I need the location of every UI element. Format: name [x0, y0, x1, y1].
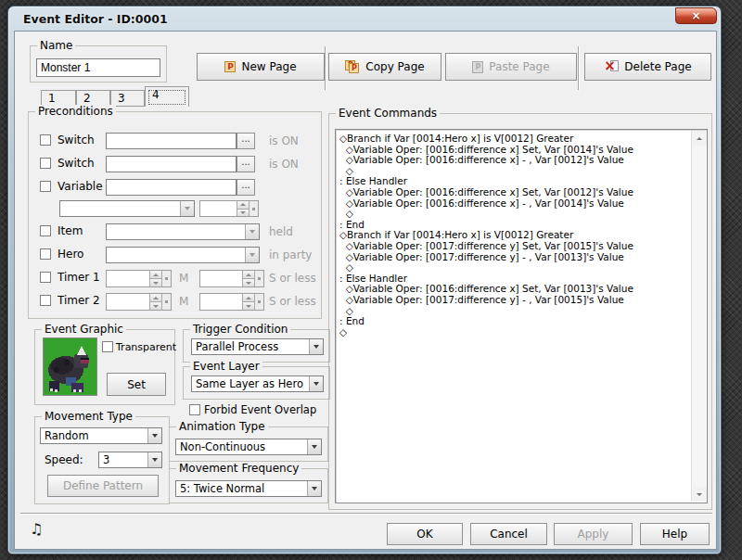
- timer2-minutes-spinner[interactable]: [106, 293, 172, 311]
- chevron-down-icon[interactable]: [180, 201, 194, 216]
- switch2-checkbox[interactable]: [40, 158, 51, 169]
- transparent-label: Transparent: [116, 341, 176, 353]
- preconditions-group: Preconditions Switch ... is ON Switch ..…: [28, 111, 322, 319]
- scroll-up-icon[interactable]: [692, 131, 707, 146]
- spin-up-icon[interactable]: [150, 271, 161, 278]
- command-line[interactable]: ◇Variable Oper: [0016:difference x] Set,…: [339, 187, 688, 198]
- command-line[interactable]: ◇: [339, 327, 688, 338]
- name-input[interactable]: [36, 58, 160, 77]
- apply-button[interactable]: Apply: [554, 523, 633, 545]
- chevron-down-icon[interactable]: [245, 224, 259, 239]
- spin-down-icon[interactable]: [150, 278, 161, 286]
- trigger-condition-combo[interactable]: Parallel Process: [191, 338, 324, 355]
- switch1-value-field[interactable]: [106, 133, 237, 149]
- chevron-down-icon[interactable]: [147, 452, 161, 467]
- vertical-scrollbar[interactable]: [691, 131, 706, 502]
- close-icon: ×: [691, 9, 700, 22]
- trigger-condition-label: Trigger Condition: [190, 323, 290, 336]
- chevron-down-icon[interactable]: [309, 376, 323, 391]
- music-note-icon[interactable]: ♫: [30, 520, 43, 538]
- movement-frequency-combo[interactable]: 5: Twice Normal: [175, 480, 322, 497]
- movement-type-label: Movement Type: [42, 410, 135, 423]
- variable-browse-button[interactable]: ...: [237, 179, 255, 196]
- command-line[interactable]: ◇: [339, 306, 688, 317]
- event-editor-window: Event Editor - ID:0001 × Name P New Page…: [7, 6, 722, 554]
- help-button[interactable]: Help: [640, 523, 710, 545]
- hero-combo[interactable]: [106, 247, 260, 263]
- command-line[interactable]: ◇Branch if Var [0014:Hero x] is V[0012] …: [339, 134, 688, 145]
- timer1-minutes-suffix: M: [179, 272, 188, 285]
- switch2-value-field[interactable]: [106, 156, 237, 172]
- chevron-down-icon[interactable]: [309, 339, 323, 354]
- animation-type-label: Animation Type: [176, 420, 268, 433]
- timer2-checkbox[interactable]: [40, 295, 51, 306]
- variable-comparison-combo[interactable]: [59, 200, 195, 217]
- tab-page-4-selected[interactable]: 4: [145, 86, 189, 107]
- define-pattern-button[interactable]: Define Pattern: [47, 475, 159, 497]
- command-line[interactable]: : End: [339, 316, 688, 327]
- movement-frequency-group: Movement Frequency 5: Twice Normal: [169, 468, 328, 503]
- animation-type-combo[interactable]: Non-Continuous: [175, 439, 322, 455]
- cancel-button[interactable]: Cancel: [470, 523, 547, 545]
- event-commands-label: Event Commands: [336, 107, 440, 120]
- item-combo[interactable]: [106, 223, 260, 240]
- timer1-minutes-spinner[interactable]: [106, 270, 172, 287]
- ok-button[interactable]: OK: [387, 523, 463, 545]
- set-graphic-button[interactable]: Set: [107, 373, 166, 396]
- switch1-label: Switch: [58, 134, 95, 146]
- event-commands-lines: ◇Branch if Var [0014:Hero x] is V[0012] …: [339, 134, 688, 337]
- timer1-checkbox[interactable]: [40, 272, 51, 283]
- command-line[interactable]: ◇Variable Oper: [0016:difference x] - , …: [339, 198, 688, 210]
- variable-amount-spinner[interactable]: [199, 200, 259, 217]
- switch1-browse-button[interactable]: ...: [237, 133, 255, 149]
- movement-type-combo[interactable]: Random: [40, 427, 162, 444]
- paste-page-button[interactable]: P Paste Page: [445, 53, 577, 81]
- scroll-down-icon[interactable]: [692, 487, 707, 502]
- item-checkbox[interactable]: [40, 225, 51, 236]
- spin-up-icon[interactable]: [243, 271, 254, 278]
- command-line[interactable]: ◇: [339, 209, 688, 220]
- spin-down-icon[interactable]: [243, 278, 254, 286]
- preconditions-label: Preconditions: [35, 105, 116, 118]
- forbid-overlap-checkbox[interactable]: [189, 404, 200, 415]
- spin-down-icon[interactable]: [237, 209, 249, 217]
- spin-down-icon[interactable]: [150, 301, 161, 310]
- hero-checkbox[interactable]: [40, 248, 51, 260]
- copy-page-button[interactable]: P P Copy Page: [328, 53, 441, 81]
- chevron-down-icon[interactable]: [307, 439, 321, 454]
- spin-up-icon[interactable]: [237, 201, 249, 209]
- variable-value-field[interactable]: [106, 179, 237, 196]
- command-line[interactable]: ◇Variable Oper: [0017:difference y] - , …: [339, 252, 688, 263]
- delete-page-label: Delete Page: [624, 60, 691, 73]
- command-line[interactable]: ◇: [339, 262, 688, 274]
- command-line[interactable]: ◇Variable Oper: [0016:difference x] - , …: [339, 155, 688, 166]
- timer2-seconds-spinner[interactable]: [199, 293, 264, 311]
- command-line[interactable]: ◇Variable Oper: [0017:difference y] Set,…: [339, 241, 688, 252]
- spin-up-icon[interactable]: [243, 294, 254, 301]
- spin-up-icon[interactable]: [150, 294, 161, 301]
- event-commands-list[interactable]: ◇Branch if Var [0014:Hero x] is V[0012] …: [335, 129, 708, 503]
- chevron-down-icon[interactable]: [147, 428, 161, 443]
- timer2-label: Timer 2: [58, 294, 100, 307]
- speed-combo[interactable]: 3: [98, 452, 162, 468]
- spin-down-icon[interactable]: [243, 301, 254, 310]
- new-page-button[interactable]: P New Page: [197, 53, 325, 81]
- close-button[interactable]: ×: [675, 7, 717, 24]
- name-group-label: Name: [37, 39, 75, 52]
- timer1-seconds-spinner[interactable]: [199, 270, 264, 287]
- chevron-down-icon[interactable]: [245, 248, 259, 262]
- movement-type-group: Movement Type Random Speed: 3 Define Pat…: [34, 416, 170, 504]
- switch1-checkbox[interactable]: [40, 134, 51, 146]
- button-separator: [325, 46, 326, 90]
- copy-page-icon: P P: [345, 60, 360, 73]
- hero-suffix: in party: [269, 248, 312, 261]
- titlebar[interactable]: Event Editor - ID:0001 ×: [8, 6, 721, 31]
- delete-page-button[interactable]: × Delete Page: [584, 53, 711, 81]
- command-line[interactable]: ◇Variable Oper: [0017:difference y] - , …: [339, 295, 688, 306]
- switch2-browse-button[interactable]: ...: [237, 156, 255, 172]
- transparent-checkbox[interactable]: [102, 341, 113, 352]
- event-layer-combo[interactable]: Same Layer as Hero: [191, 375, 324, 392]
- chevron-down-icon[interactable]: [307, 481, 321, 496]
- item-suffix: held: [269, 225, 293, 238]
- variable-checkbox[interactable]: [40, 181, 51, 192]
